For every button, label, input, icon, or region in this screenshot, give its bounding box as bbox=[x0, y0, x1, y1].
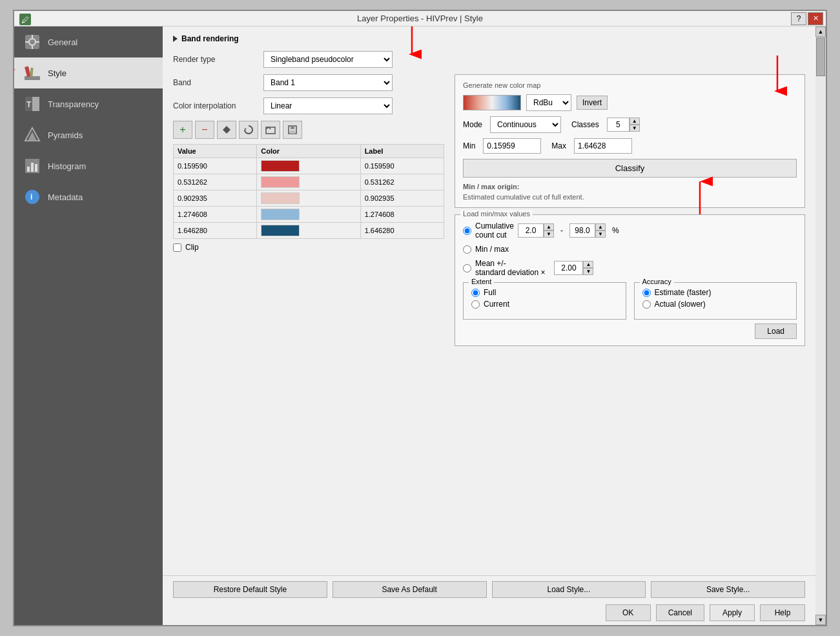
estimate-radio[interactable] bbox=[642, 289, 651, 297]
max-label: Max bbox=[551, 141, 566, 150]
cumul-to-up[interactable]: ▲ bbox=[595, 223, 606, 231]
gen-color-label: Generate new color map bbox=[463, 81, 797, 89]
svg-text:i: i bbox=[30, 192, 32, 201]
current-radio-row: Current bbox=[471, 300, 618, 309]
scroll-thumb[interactable] bbox=[816, 37, 825, 76]
max-input[interactable] bbox=[574, 138, 632, 154]
estimate-label: Estimate (faster) bbox=[655, 288, 712, 297]
pyramids-icon bbox=[23, 126, 41, 144]
color-bar bbox=[463, 95, 521, 110]
scroll-up-button[interactable]: ▲ bbox=[815, 26, 826, 37]
cumul-to-down[interactable]: ▼ bbox=[595, 231, 606, 238]
mode-select[interactable]: Continuous Equal Interval Quantile bbox=[490, 116, 561, 133]
actual-radio[interactable] bbox=[642, 300, 651, 309]
sidebar-label-histogram: Histogram bbox=[48, 161, 86, 171]
help-button[interactable]: ? bbox=[791, 12, 806, 25]
cumulative-to-spinbox: ▲ ▼ bbox=[569, 223, 606, 238]
load-button[interactable]: Load bbox=[755, 323, 797, 339]
sidebar-item-histogram[interactable]: Histogram bbox=[14, 150, 163, 181]
svg-rect-30 bbox=[290, 130, 295, 134]
color-ramp-select[interactable]: RdBu Blues Reds bbox=[526, 94, 571, 111]
style-arrow bbox=[14, 61, 17, 79]
full-radio[interactable] bbox=[471, 289, 480, 297]
mean-down[interactable]: ▼ bbox=[583, 268, 593, 275]
load-style-button[interactable]: Load Style... bbox=[492, 581, 646, 598]
help-footer-button[interactable]: Help bbox=[760, 604, 805, 621]
sidebar-item-metadata[interactable]: i Metadata bbox=[14, 181, 163, 212]
svg-text:🖊: 🖊 bbox=[21, 15, 29, 25]
cumulative-row: Cumulativecount cut ▲ ▼ - bbox=[463, 221, 797, 240]
classes-up[interactable]: ▲ bbox=[630, 118, 640, 125]
table-row: 0.902935 0.902935 bbox=[174, 190, 444, 207]
classes-spinbox: ▲ ▼ bbox=[607, 118, 640, 132]
mean-input[interactable] bbox=[554, 261, 583, 275]
cell-label: 0.159590 bbox=[360, 158, 444, 174]
clip-checkbox[interactable] bbox=[173, 243, 181, 252]
close-button[interactable]: ✕ bbox=[808, 12, 823, 25]
table-row: 0.159590 0.159590 bbox=[174, 158, 444, 174]
minmax-origin-area: Min / max origin: Estimated cumulative c… bbox=[463, 183, 797, 201]
scroll-down-button[interactable]: ▼ bbox=[815, 615, 826, 625]
style-icon bbox=[23, 64, 41, 82]
render-type-control: Singleband pseudocolor Singleband gray M… bbox=[263, 51, 393, 68]
sidebar-label-style: Style bbox=[48, 68, 67, 78]
invert-button[interactable]: Invert bbox=[577, 96, 608, 110]
classes-input[interactable] bbox=[607, 118, 630, 132]
style-buttons-row: Restore Default Style Save As Default Lo… bbox=[163, 575, 815, 600]
actual-row: Actual (slower) bbox=[642, 300, 789, 309]
classify-button[interactable]: Classify bbox=[463, 159, 797, 178]
cumul-from-up[interactable]: ▲ bbox=[544, 223, 554, 231]
cancel-button[interactable]: Cancel bbox=[656, 604, 704, 621]
mean-up[interactable]: ▲ bbox=[583, 261, 593, 268]
restore-default-button[interactable]: Restore Default Style bbox=[173, 581, 327, 598]
minmax-row: Min Max bbox=[463, 138, 797, 154]
sidebar-item-transparency[interactable]: T Transparency bbox=[14, 88, 163, 119]
sidebar-item-general[interactable]: General bbox=[14, 26, 163, 57]
minmax-radio-row: Min / max bbox=[463, 245, 797, 254]
cumul-from-down[interactable]: ▼ bbox=[544, 231, 554, 238]
mean-radio[interactable] bbox=[463, 264, 471, 272]
band-row: Band Band 1 Band 2 Band 3 bbox=[173, 74, 444, 91]
actual-label: Actual (slower) bbox=[655, 300, 706, 309]
sidebar-label-pyramids: Pyramids bbox=[48, 130, 83, 140]
band-label: Band bbox=[173, 78, 263, 87]
main-window: 🖊 Layer Properties - HIVPrev | Style ? ✕ bbox=[13, 10, 827, 626]
cumulative-to-input[interactable] bbox=[569, 223, 595, 238]
save-file-button[interactable] bbox=[283, 121, 302, 139]
general-icon bbox=[23, 33, 41, 51]
cumulative-label: Cumulativecount cut bbox=[475, 221, 514, 240]
band-select[interactable]: Band 1 Band 2 Band 3 bbox=[263, 74, 393, 91]
clip-label: Clip bbox=[185, 243, 199, 252]
right-panel: Generate new color map RdBu Blues Reds bbox=[455, 74, 805, 351]
open-file-button[interactable] bbox=[261, 121, 280, 139]
render-type-select[interactable]: Singleband pseudocolor Singleband gray M… bbox=[263, 51, 393, 68]
save-as-default-button[interactable]: Save As Default bbox=[333, 581, 487, 598]
sidebar-item-style[interactable]: Style bbox=[14, 57, 163, 88]
estimate-row: Estimate (faster) bbox=[642, 288, 789, 297]
minmax-radio[interactable] bbox=[463, 245, 471, 254]
color-interp-label: Color interpolation bbox=[173, 101, 263, 110]
add-row-button[interactable]: + bbox=[173, 121, 192, 139]
svg-marker-24 bbox=[223, 126, 230, 130]
svg-rect-19 bbox=[31, 163, 34, 172]
sort-button[interactable] bbox=[217, 121, 236, 139]
remove-row-button[interactable]: − bbox=[195, 121, 214, 139]
action-buttons-row: OK Cancel Apply Help bbox=[163, 600, 815, 625]
current-radio[interactable] bbox=[471, 300, 480, 309]
extent-box: Extent Full Current bbox=[463, 282, 626, 320]
sidebar-label-metadata: Metadata bbox=[48, 192, 83, 202]
color-interp-select[interactable]: Linear Discrete Exact bbox=[263, 97, 393, 114]
color-table: Value Color Label 0.159590 0.159590 0.53… bbox=[173, 144, 444, 239]
svg-marker-25 bbox=[223, 130, 230, 134]
min-input[interactable] bbox=[483, 138, 541, 154]
refresh-button[interactable] bbox=[239, 121, 258, 139]
apply-button[interactable]: Apply bbox=[710, 604, 755, 621]
ok-button[interactable]: OK bbox=[606, 604, 651, 621]
classes-down[interactable]: ▼ bbox=[630, 125, 640, 132]
cell-color bbox=[257, 174, 360, 190]
sidebar-item-pyramids[interactable]: Pyramids bbox=[14, 119, 163, 150]
save-style-button[interactable]: Save Style... bbox=[651, 581, 805, 598]
cumulative-from-input[interactable] bbox=[518, 223, 544, 238]
cumulative-radio[interactable] bbox=[463, 227, 471, 235]
scrollbar: ▲ ▼ bbox=[815, 26, 826, 625]
